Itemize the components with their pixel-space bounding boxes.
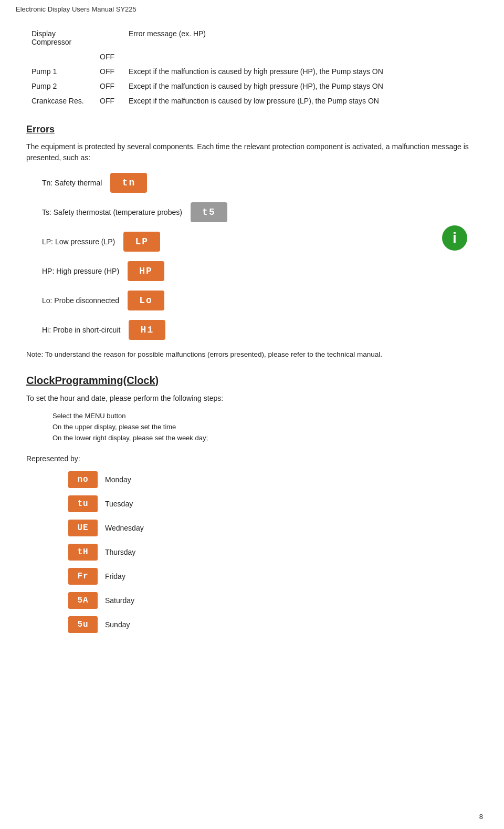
page-header: Electronic Display Users Manual SY225	[0, 0, 504, 16]
represented-label: Represented by:	[26, 454, 478, 463]
list-item: Lo: Probe disconnected Lo	[42, 291, 478, 310]
day-badge-friday: Fr	[68, 568, 98, 585]
info-icon-wrapper: i	[442, 225, 467, 251]
table-cell-status: OFF	[94, 64, 123, 79]
day-label-wednesday: Wednesday	[105, 524, 144, 532]
clock-intro: To set the hour and date, please perform…	[26, 394, 478, 402]
table-cell-label: Pump 1	[26, 64, 94, 79]
error-badge-ts: t5	[191, 202, 227, 222]
clock-step-1: Select the MENU button	[52, 411, 478, 422]
clock-step-3: On the lower right display, please set t…	[52, 433, 478, 444]
note-text: Note: To understand the reason for possi…	[26, 349, 478, 360]
error-items-list: Tn: Safety thermal tn Ts: Safety thermos…	[26, 173, 478, 349]
error-hi-label: Hi: Probe in short-circuit	[42, 326, 120, 334]
clock-steps: Select the MENU button On the upper disp…	[52, 411, 478, 443]
table-cell-label: Pump 2	[26, 79, 94, 94]
list-item: 5A Saturday	[68, 592, 478, 609]
table-cell-desc: Except if the malfunction is caused by h…	[123, 79, 478, 94]
table-row: DisplayCompressor Error message (ex. HP)	[26, 26, 478, 49]
error-tn-label: Tn: Safety thermal	[42, 179, 102, 187]
list-item: no Monday	[68, 471, 478, 488]
table-cell-label	[26, 49, 94, 64]
list-item: UE Wednesday	[68, 520, 478, 536]
errors-container: Tn: Safety thermal tn Ts: Safety thermos…	[26, 173, 478, 349]
table-cell-status: OFF	[94, 79, 123, 94]
day-label-friday: Friday	[105, 572, 125, 581]
list-item: LP: Low pressure (LP) LP	[42, 232, 478, 252]
day-badge-monday: no	[68, 471, 98, 488]
error-badge-hp: HP	[128, 261, 164, 281]
table-cell-desc: Except if the malfunction is caused by h…	[123, 64, 478, 79]
day-label-tuesday: Tuesday	[105, 500, 133, 508]
error-lo-label: Lo: Probe disconnected	[42, 296, 119, 305]
list-item: HP: High pressure (HP) HP	[42, 261, 478, 281]
info-icon: i	[442, 225, 467, 251]
list-item: Ts: Safety thermostat (temperature probe…	[42, 202, 478, 222]
error-ts-label: Ts: Safety thermostat (temperature probe…	[42, 208, 182, 216]
table-row: OFF	[26, 49, 478, 64]
table-row: Crankcase Res. OFF Except if the malfunc…	[26, 94, 478, 108]
day-badge-wednesday: UE	[68, 520, 98, 536]
table-cell-desc: Error message (ex. HP)	[123, 26, 478, 49]
table-cell-status: OFF	[94, 49, 123, 64]
table-cell-label: DisplayCompressor	[26, 26, 94, 49]
error-badge-hi: Hi	[129, 320, 165, 340]
error-hp-label: HP: High pressure (HP)	[42, 267, 119, 275]
list-item: tH Thursday	[68, 544, 478, 561]
error-badge-lp: LP	[123, 232, 160, 252]
table-cell-status	[94, 26, 123, 49]
day-badge-tuesday: tu	[68, 495, 98, 512]
day-badge-sunday: 5u	[68, 616, 98, 633]
table-row: Pump 2 OFF Except if the malfunction is …	[26, 79, 478, 94]
error-lp-label: LP: Low pressure (LP)	[42, 237, 115, 246]
error-badge-tn: tn	[110, 173, 147, 193]
errors-section-title: Errors	[26, 124, 478, 135]
table-row: Pump 1 OFF Except if the malfunction is …	[26, 64, 478, 79]
list-item: Hi: Probe in short-circuit Hi	[42, 320, 478, 340]
status-table: DisplayCompressor Error message (ex. HP)…	[26, 26, 478, 108]
table-cell-status: OFF	[94, 94, 123, 108]
clock-section-title: ClockProgramming(Clock)	[26, 375, 478, 387]
day-label-thursday: Thursday	[105, 548, 135, 556]
table-cell-label: Crankcase Res.	[26, 94, 94, 108]
day-badge-thursday: tH	[68, 544, 98, 561]
clock-step-2: On the upper display, please set the tim…	[52, 422, 478, 433]
list-item: tu Tuesday	[68, 495, 478, 512]
page-number: 8	[479, 813, 483, 821]
error-list: Tn: Safety thermal tn Ts: Safety thermos…	[26, 173, 478, 340]
day-list: no Monday tu Tuesday UE Wednesday tH Thu…	[68, 471, 478, 633]
table-cell-desc: Except if the malfunction is caused by l…	[123, 94, 478, 108]
errors-intro: The equipment is protected by several co…	[26, 141, 478, 163]
table-cell-desc	[123, 49, 478, 64]
list-item: Tn: Safety thermal tn	[42, 173, 478, 193]
list-item: 5u Sunday	[68, 616, 478, 633]
document-title: Electronic Display Users Manual SY225	[16, 5, 136, 13]
day-label-saturday: Saturday	[105, 596, 134, 605]
day-label-sunday: Sunday	[105, 620, 130, 629]
day-label-monday: Monday	[105, 475, 131, 484]
day-badge-saturday: 5A	[68, 592, 98, 609]
list-item: Fr Friday	[68, 568, 478, 585]
error-badge-lo: Lo	[128, 291, 164, 310]
